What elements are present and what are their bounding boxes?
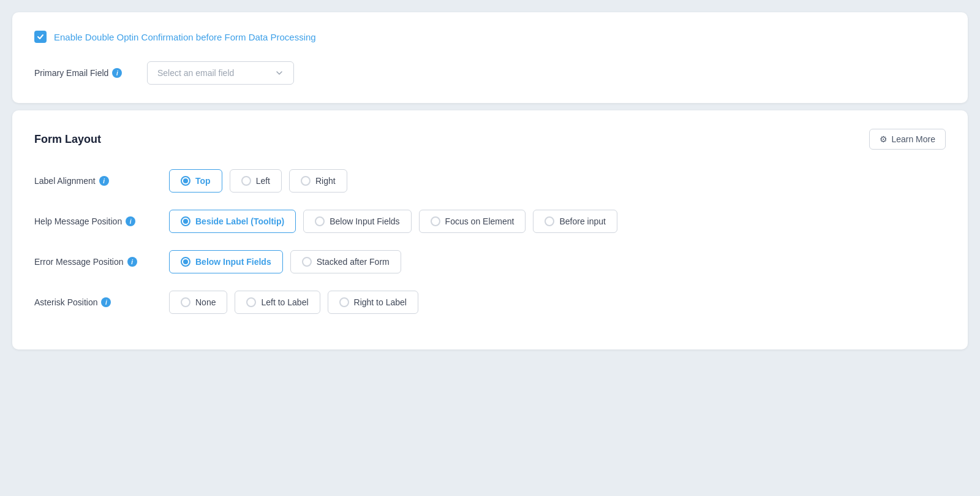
error-message-position-row: Error Message Position i Below Input Fie… [34,250,946,273]
radio-right-label-circle [339,297,349,307]
label-alignment-label: Label Alignment i [34,176,157,186]
radio-left-circle [241,176,251,186]
help-msg-focus-on-element[interactable]: Focus on Element [419,210,526,233]
radio-before-input-circle [545,216,554,226]
double-optin-row: Enable Double Optin Confirmation before … [34,31,946,43]
asterisk-right-to-label[interactable]: Right to Label [328,291,418,314]
form-layout-header: Form Layout ⚙ Learn More [34,129,946,150]
gear-icon: ⚙ [880,134,888,144]
radio-left-label-circle [246,297,256,307]
error-message-label: Error Message Position i [34,257,157,267]
radio-none-circle [181,297,190,307]
double-optin-label: Enable Double Optin Confirmation before … [54,32,316,42]
error-msg-stacked[interactable]: Stacked after Form [290,250,401,273]
help-message-position-row: Help Message Position i Beside Label (To… [34,210,946,233]
help-message-label: Help Message Position i [34,216,157,226]
learn-more-button[interactable]: ⚙ Learn More [869,129,946,150]
email-field-select[interactable]: Select an email field [147,61,294,85]
help-message-options: Beside Label (Tooltip) Below Input Field… [169,210,617,233]
primary-email-label: Primary Email Field i [34,68,132,78]
label-alignment-left[interactable]: Left [230,169,282,193]
error-msg-below-input[interactable]: Below Input Fields [169,250,283,273]
asterisk-position-label: Asterisk Position i [34,297,157,307]
asterisk-left-to-label[interactable]: Left to Label [235,291,320,314]
asterisk-position-row: Asterisk Position i None Left to Label R… [34,291,946,314]
label-alignment-top[interactable]: Top [169,169,222,193]
asterisk-none[interactable]: None [169,291,227,314]
label-alignment-right[interactable]: Right [289,169,347,193]
error-message-info-icon[interactable]: i [127,257,137,267]
label-alignment-row: Label Alignment i Top Left Right [34,169,946,193]
radio-stacked-circle [302,257,312,267]
double-optin-checkbox[interactable] [34,31,47,43]
radio-focus-circle [431,216,440,226]
primary-email-row: Primary Email Field i Select an email fi… [34,61,946,85]
asterisk-position-options: None Left to Label Right to Label [169,291,418,314]
help-msg-before-input[interactable]: Before input [533,210,617,233]
label-alignment-info-icon[interactable]: i [99,176,109,186]
form-layout-card: Form Layout ⚙ Learn More Label Alignment… [12,110,968,349]
chevron-down-icon [275,69,284,77]
form-layout-title: Form Layout [34,133,101,146]
radio-right-circle [301,176,311,186]
help-msg-beside-label[interactable]: Beside Label (Tooltip) [169,210,296,233]
error-message-options: Below Input Fields Stacked after Form [169,250,401,273]
radio-below-input-circle [315,216,325,226]
radio-beside-circle [181,216,190,226]
radio-top-circle [181,176,190,186]
help-message-info-icon[interactable]: i [126,216,135,226]
radio-error-below-circle [181,257,190,267]
double-optin-card: Enable Double Optin Confirmation before … [12,12,968,103]
help-msg-below-input[interactable]: Below Input Fields [303,210,411,233]
asterisk-info-icon[interactable]: i [101,297,111,307]
label-alignment-options: Top Left Right [169,169,347,193]
primary-email-info-icon[interactable]: i [112,68,122,78]
